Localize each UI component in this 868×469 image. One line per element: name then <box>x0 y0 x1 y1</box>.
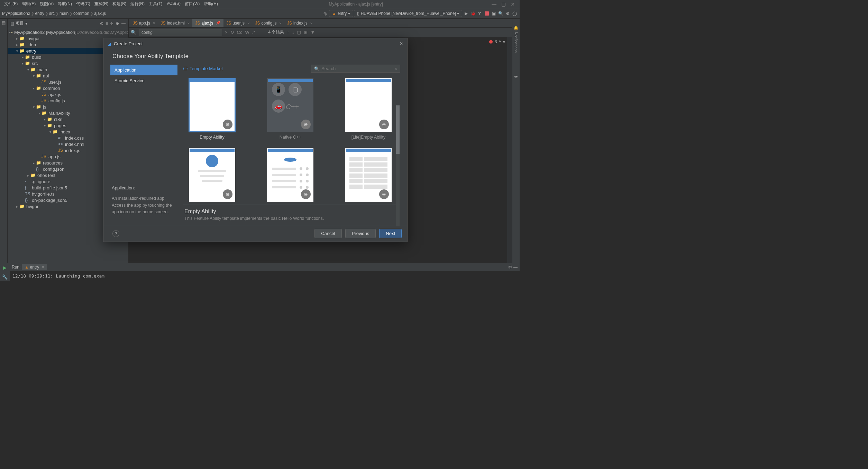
template-grid: ⊕Empty Ability📱▢🚗C++⊕Native C++⊕[Lite]Em… <box>183 78 400 202</box>
template-search[interactable]: 🔍 × <box>311 65 400 73</box>
desc-body: An installation-required app. Access the… <box>112 196 172 215</box>
template-label: Empty Ability <box>200 135 225 140</box>
dialog-title: Create Project <box>114 41 143 46</box>
deveco-icon: ◢ <box>108 41 111 46</box>
template-area: 🖵 Template Market 🔍 × ⊕Empty Ability📱▢🚗C… <box>183 65 400 221</box>
template-card[interactable]: ⊕ <box>263 148 317 202</box>
ability-badge-icon: ⊕ <box>379 189 389 199</box>
cart-icon: 🖵 <box>183 66 188 71</box>
help-icon[interactable]: ? <box>112 230 119 237</box>
search-input[interactable] <box>321 66 393 71</box>
project-type-application[interactable]: Application <box>110 65 177 75</box>
create-project-dialog: ◢ Create Project ✕ Choose Your Ability T… <box>103 38 408 242</box>
template-scrollbar[interactable] <box>396 105 400 226</box>
previous-button[interactable]: Previous <box>345 229 376 238</box>
template-detail-name: Empty Ability <box>184 208 399 215</box>
dialog-sidebar: ApplicationAtomic Service Application: A… <box>110 65 177 221</box>
template-card[interactable]: ⊕[Lite]Empty Ability <box>341 78 395 140</box>
ability-badge-icon: ⊕ <box>379 120 389 129</box>
desc-title: Application: <box>112 185 176 191</box>
template-card[interactable]: 📱▢🚗C++⊕Native C++ <box>263 78 317 140</box>
cancel-button[interactable]: Cancel <box>314 229 341 238</box>
clear-icon[interactable]: × <box>395 66 397 71</box>
dialog-heading: Choose Your Ability Template <box>112 53 400 60</box>
template-card[interactable]: ⊕ <box>341 148 395 202</box>
ability-badge-icon: ⊕ <box>301 120 311 129</box>
template-label: Native C++ <box>280 135 301 140</box>
ability-badge-icon: ⊕ <box>223 189 232 199</box>
ability-badge-icon: ⊕ <box>301 189 311 199</box>
next-button[interactable]: Next <box>379 229 402 238</box>
template-card[interactable]: ⊕Empty Ability <box>185 78 239 140</box>
ability-badge-icon: ⊕ <box>223 120 232 129</box>
template-detail: Empty Ability This Feature Ability templ… <box>183 205 400 221</box>
template-card[interactable]: ⊕ <box>185 148 239 202</box>
template-market-link[interactable]: 🖵 Template Market <box>183 66 223 71</box>
template-detail-desc: This Feature Ability template implements… <box>184 216 399 221</box>
dialog-mask: ◢ Create Project ✕ Choose Your Ability T… <box>0 0 520 281</box>
search-icon: 🔍 <box>314 66 319 71</box>
template-label: [Lite]Empty Ability <box>351 135 386 140</box>
dialog-footer: ? Cancel Previous Next <box>103 225 407 242</box>
close-icon[interactable]: ✕ <box>400 41 403 46</box>
template-market-label: Template Market <box>190 66 223 71</box>
project-type-atomic-service[interactable]: Atomic Service <box>110 75 177 86</box>
